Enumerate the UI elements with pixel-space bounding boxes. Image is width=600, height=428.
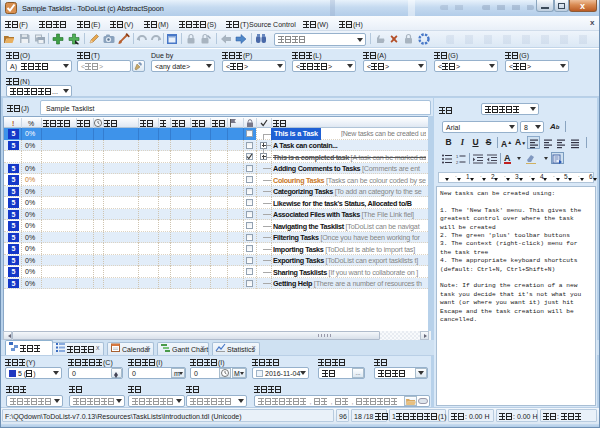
svg-text:2: 2 bbox=[456, 160, 459, 165]
svg-text:1: 1 bbox=[456, 154, 459, 159]
